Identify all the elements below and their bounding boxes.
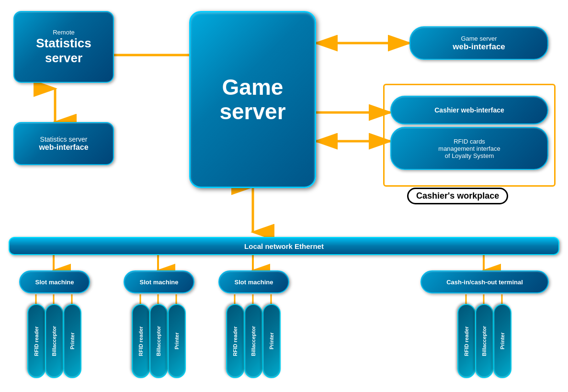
stats-web-line2: web-interface — [39, 143, 88, 152]
game-server-web-line1: Game server — [461, 35, 497, 42]
slot2-rfid-reader: RFID reader — [132, 304, 150, 378]
slot3-rfid-reader: RFID reader — [226, 304, 244, 378]
rfid-line2: management interface — [438, 145, 500, 152]
game-server: Game server — [189, 11, 316, 188]
game-server-web-line2: web-interface — [453, 42, 505, 52]
ethernet-bar: Local network Ethernet — [9, 237, 559, 255]
slot-machine-2: Slot machine — [124, 270, 194, 293]
game-server-line1: Game — [222, 75, 284, 100]
diagram: Remote Statistics server Statistics serv… — [0, 0, 568, 392]
cash-rfid-reader: RFID reader — [457, 304, 476, 378]
slot2-billacceptor: Billacceptor — [149, 304, 168, 378]
stats-web-line1: Statistics server — [40, 135, 88, 143]
slot1-printer: Printer — [63, 304, 81, 378]
remote-stats-server: Remote Statistics server — [13, 11, 114, 83]
cash-printer: Printer — [493, 304, 511, 378]
slot-machine-1: Slot machine — [19, 270, 90, 293]
slot1-billacceptor: Billacceptor — [45, 304, 63, 378]
slot-machine-3: Slot machine — [218, 270, 289, 293]
slot2-printer: Printer — [168, 304, 186, 378]
rfid-line1: RFID cards — [454, 138, 485, 145]
stats-web-interface: Statistics server web-interface — [13, 122, 114, 165]
cashier-workplace-label: Cashier's workplace — [407, 188, 508, 204]
remote-stats-line2: Statistics — [36, 36, 91, 51]
cashier-web-text: Cashier web-interface — [434, 106, 504, 114]
slot3-printer: Printer — [262, 304, 281, 378]
rfid-line3: of Loyalty System — [445, 152, 494, 159]
slot1-rfid-reader: RFID reader — [27, 304, 45, 378]
cash-terminal: Cash-in/cash-out terminal — [420, 270, 549, 293]
remote-stats-line3: server — [45, 51, 82, 66]
cash-billacceptor: Billacceptor — [475, 304, 493, 378]
game-server-line2: server — [219, 100, 285, 124]
slot3-billacceptor: Billacceptor — [244, 304, 262, 378]
ethernet-label: Local network Ethernet — [244, 242, 324, 250]
rfid-management-interface: RFID cards management interface of Loyal… — [390, 127, 548, 170]
remote-stats-line1: Remote — [53, 29, 75, 36]
game-server-web-interface: Game server web-interface — [409, 26, 548, 60]
cashier-web-interface: Cashier web-interface — [390, 96, 548, 124]
